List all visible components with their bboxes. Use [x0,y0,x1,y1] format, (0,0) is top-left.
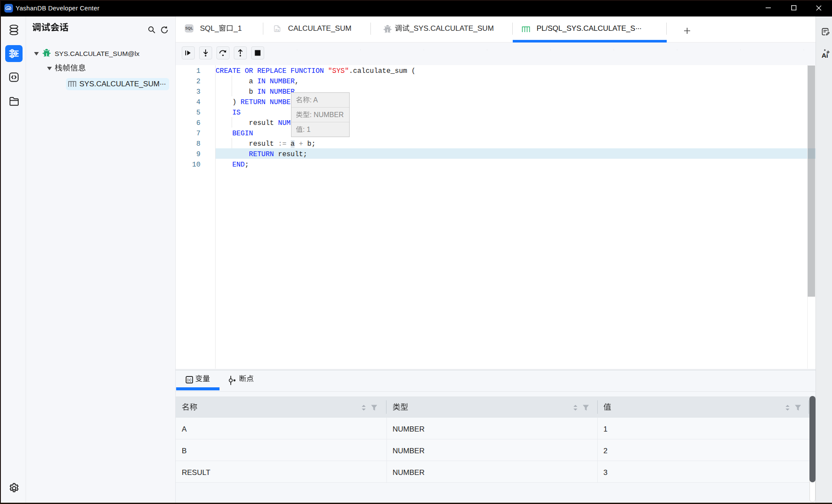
svg-text:Fx: Fx [275,28,280,32]
svg-text:(x): (x) [187,378,191,382]
